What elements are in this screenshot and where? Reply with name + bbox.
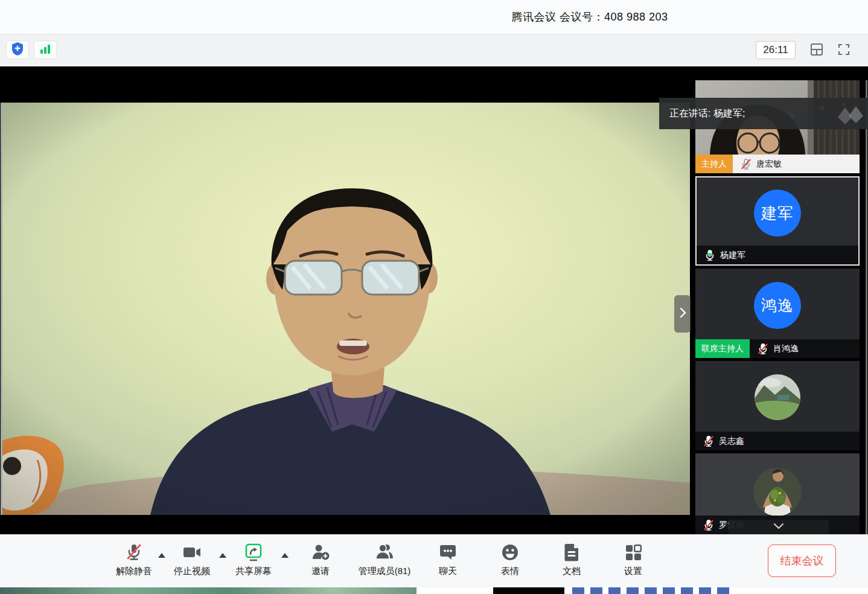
settings-icon (624, 541, 642, 564)
fullscreen-icon (837, 42, 851, 59)
speaking-toast: 正在讲话: 杨建军; (659, 98, 868, 129)
stop-video-button[interactable]: 停止视频 (163, 541, 221, 583)
occluded-text-fragment (572, 587, 730, 594)
members-icon (374, 541, 395, 564)
occluded-window-strip (0, 587, 868, 594)
layout-switch-button[interactable] (808, 42, 826, 60)
avatar: 鸿逸 (754, 282, 801, 329)
avatar: 建军 (754, 190, 801, 237)
occluded-video-fragment (0, 587, 416, 594)
button-label: 解除静音 (116, 566, 152, 577)
sidebar-collapse-flap[interactable] (674, 295, 691, 333)
button-label: 聊天 (439, 566, 457, 577)
fullscreen-button[interactable] (835, 42, 853, 60)
participant-name: 肖鸿逸 (773, 343, 799, 354)
participant-namebar: 杨建军 (697, 246, 858, 264)
host-badge: 主持人 (695, 155, 733, 173)
sidebar-scrollbar[interactable] (866, 80, 867, 534)
camera-icon (182, 541, 202, 564)
mic-muted-icon (703, 435, 715, 447)
meeting-timer: 26:11 (756, 41, 796, 59)
layout-icon (809, 42, 824, 59)
chevron-down-icon (773, 522, 784, 532)
button-label: 停止视频 (174, 566, 210, 577)
document-icon (563, 541, 581, 564)
meeting-controls-bar: 解除静音 停止视频 共享屏幕 邀请 管理成员(81) 聊天 (0, 534, 868, 587)
chat-button[interactable]: 聊天 (419, 541, 477, 583)
share-screen-icon (243, 541, 264, 564)
emoji-icon (500, 541, 520, 564)
participant-namebar: 主持人 唐宏敏 (695, 155, 860, 173)
avatar-photo (755, 374, 800, 420)
button-label: 共享屏幕 (235, 566, 272, 577)
participant-name: 吴志鑫 (719, 436, 744, 447)
participant-name: 唐宏敏 (756, 159, 782, 170)
button-label: 表情 (501, 566, 519, 577)
unmute-button[interactable]: 解除静音 (105, 541, 163, 583)
cohost-badge: 联席主持人 (695, 339, 750, 358)
participant-name: 杨建军 (720, 250, 745, 261)
shield-plus-icon (11, 42, 24, 59)
share-options-caret[interactable] (281, 553, 289, 558)
video-stage: 主持人 唐宏敏 建军 杨建军 鸿逸 联席主持人 肖鸿逸 (0, 66, 868, 534)
mic-muted-icon (703, 519, 715, 531)
emoji-button[interactable]: 表情 (481, 541, 539, 583)
meeting-security-button[interactable] (6, 40, 29, 59)
participant-namebar: 联席主持人 肖鸿逸 (695, 339, 860, 358)
main-speaker-video (2, 103, 690, 515)
meeting-topbar: 26:11 (0, 34, 868, 66)
chevron-right-icon (679, 307, 686, 321)
mic-active-icon (704, 249, 716, 261)
participant-tile[interactable]: 鸿逸 联席主持人 肖鸿逸 (695, 269, 860, 358)
button-label: 设置 (624, 566, 642, 577)
meeting-title: 腾讯会议 会议号：408 988 203 (511, 10, 668, 24)
window-titlebar: 腾讯会议 会议号：408 988 203 (0, 0, 868, 34)
participant-namebar: 吴志鑫 (695, 432, 860, 450)
chat-icon (438, 541, 458, 564)
speaking-toast-text: 正在讲话: 杨建军; (669, 107, 745, 120)
main-speaker-illustration (2, 103, 690, 515)
documents-button[interactable]: 文档 (543, 541, 601, 583)
network-quality-button[interactable] (34, 40, 57, 59)
invite-button[interactable]: 邀请 (292, 541, 349, 583)
button-label: 管理成员(81) (359, 566, 411, 577)
signal-bars-icon (39, 43, 51, 57)
mic-muted-icon (124, 541, 144, 564)
mic-muted-icon (740, 158, 752, 170)
avatar-photo (753, 468, 802, 516)
share-screen-button[interactable]: 共享屏幕 (225, 541, 282, 583)
hide-video-list-bar[interactable] (729, 520, 829, 534)
participant-tile[interactable]: 吴志鑫 (695, 361, 860, 450)
occluded-black-fragment (493, 587, 564, 594)
settings-button[interactable]: 设置 (604, 541, 662, 583)
button-label: 邀请 (311, 566, 330, 577)
tencent-meeting-logo-icon (837, 101, 864, 128)
manage-members-button[interactable]: 管理成员(81) (351, 541, 418, 583)
button-label: 文档 (563, 566, 581, 577)
mic-muted-icon (757, 343, 769, 355)
end-meeting-button[interactable]: 结束会议 (768, 544, 836, 577)
invite-icon (311, 541, 330, 564)
participant-tile-speaking[interactable]: 建军 杨建军 (695, 176, 860, 266)
